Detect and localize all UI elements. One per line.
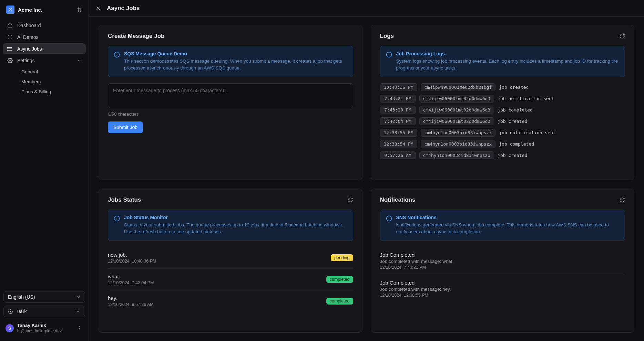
svg-point-2: [8, 50, 8, 50]
theme-selector[interactable]: Dark: [3, 306, 85, 317]
log-time: 12:38:55 PM: [380, 129, 417, 137]
svg-point-3: [9, 60, 11, 61]
refresh-icon[interactable]: [620, 197, 625, 203]
log-id: cm4ipwh9u0001me02dxh21bgf: [421, 83, 496, 91]
home-icon: [7, 23, 13, 28]
user-email: hi@saas-boilerplate.dev: [17, 329, 62, 333]
log-id: cm4hyn1on0003oid83iwnpszx: [419, 151, 494, 159]
sidebar-item-label: Settings: [17, 58, 35, 63]
notification-row: Job CompletedJob completed with message:…: [380, 247, 625, 275]
sidebar-item-dashboard[interactable]: Dashboard: [3, 20, 86, 31]
jobs-status-card: Jobs Status Job Status Monitor Status of…: [99, 189, 362, 333]
logs-card: Logs Job Processing Logs System logs sho…: [371, 25, 635, 180]
sidebar-item-label: Async Jobs: [17, 46, 42, 52]
page-title: Async Jobs: [107, 5, 140, 12]
language-selector[interactable]: English (US): [3, 291, 85, 303]
info-desc: Notifications generated via SNS when job…: [396, 222, 620, 236]
notification-time: 12/10/2024, 7:43:21 PM: [380, 265, 625, 270]
topbar: Async Jobs: [89, 0, 644, 17]
info-icon: [114, 215, 120, 236]
job-row: hey.12/10/2024, 9:57:26 AMcompleted: [108, 290, 353, 312]
gear-icon: [7, 58, 13, 63]
more-vertical-icon[interactable]: [77, 326, 82, 331]
message-input[interactable]: [108, 83, 353, 108]
refresh-icon[interactable]: [620, 33, 625, 39]
sidebar-item-billing[interactable]: Plans & Billing: [17, 87, 86, 97]
info-title: SQS Message Queue Demo: [124, 51, 347, 56]
notifications-card: Notifications SNS Notifications Notifica…: [371, 189, 635, 333]
card-title: Notifications: [380, 196, 416, 203]
log-id: cm4ijiw060001mt02q0dmw6d3: [419, 117, 494, 125]
log-id: cm4hyn1on0003oid83iwnpszx: [421, 129, 496, 137]
close-icon[interactable]: [95, 5, 101, 11]
info-box: Job Processing Logs System logs showing …: [380, 46, 625, 77]
job-timestamp: 12/10/2024, 7:42:04 PM: [108, 280, 154, 285]
info-title: Job Processing Logs: [396, 51, 620, 56]
log-time: 7:42:04 PM: [380, 117, 416, 125]
avatar: S: [6, 324, 14, 332]
sidebar-item-label: General: [21, 69, 38, 74]
status-badge: completed: [326, 298, 353, 305]
chevron-down-icon: [76, 309, 81, 314]
log-id: cm4ijiw060001mt02q0dmw6d3: [419, 95, 494, 103]
sidebar-item-ai-demos[interactable]: AI Demos: [3, 32, 86, 43]
sidebar-item-settings[interactable]: Settings: [3, 55, 86, 66]
moon-icon: [8, 309, 13, 314]
notification-desc: Job completed with message: what: [380, 259, 625, 264]
info-box: SNS Notifications Notifications generate…: [380, 210, 625, 241]
log-message: job created: [499, 85, 529, 90]
job-timestamp: 12/10/2024, 9:57:26 AM: [108, 302, 154, 307]
user-profile[interactable]: S Tanay Karnik hi@saas-boilerplate.dev: [3, 320, 85, 336]
refresh-icon[interactable]: [348, 197, 353, 203]
info-box: SQS Message Queue Demo This section demo…: [108, 46, 353, 77]
create-message-job-card: Create Message Job SQS Message Queue Dem…: [99, 25, 362, 180]
svg-point-5: [79, 328, 80, 329]
sidebar-item-async-jobs[interactable]: Async Jobs: [3, 43, 86, 54]
log-message: job notification sent: [498, 96, 554, 101]
info-icon: [386, 52, 392, 72]
log-id: cm4ijiw060001mt02q0dmw6d3: [419, 106, 494, 114]
org-name: Acme Inc.: [18, 7, 42, 13]
notification-desc: Job completed with message: hey.: [380, 287, 625, 292]
org-switcher[interactable]: Acme Inc.: [3, 3, 86, 18]
log-message: job notification sent: [499, 130, 555, 135]
status-badge: completed: [326, 276, 353, 283]
sidebar-item-label: Dashboard: [17, 23, 41, 28]
log-message: job created: [498, 153, 527, 158]
log-message: job completed: [499, 141, 534, 147]
log-row: 7:43:21 PMcm4ijiw060001mt02q0dmw6d3job n…: [380, 95, 625, 103]
log-row: 7:42:04 PMcm4ijiw060001mt02q0dmw6d3job c…: [380, 117, 625, 125]
log-message: job completed: [498, 107, 533, 113]
log-time: 7:43:20 PM: [380, 106, 416, 114]
info-desc: This section demonstrates SQS message qu…: [124, 58, 347, 72]
main: Async Jobs Create Message Job SQS Messag…: [89, 0, 644, 341]
notification-title: Job Completed: [380, 280, 625, 286]
sidebar-item-label: AI Demos: [17, 34, 38, 40]
svg-point-4: [79, 326, 80, 327]
log-row: 9:57:26 AMcm4hyn1on0003oid83iwnpszxjob c…: [380, 151, 625, 159]
log-time: 7:43:21 PM: [380, 95, 416, 103]
sort-swap-icon[interactable]: [77, 7, 82, 12]
info-box: Job Status Monitor Status of your submit…: [108, 210, 353, 241]
job-row: new job.12/10/2024, 10:40:36 PMpending: [108, 247, 353, 269]
user-name: Tanay Karnik: [17, 323, 62, 328]
log-row: 12:38:54 PMcm4hyn1on0003oid83iwnpszxjob …: [380, 140, 625, 148]
svg-point-1: [8, 49, 8, 49]
notification-time: 12/10/2024, 12:38:55 PM: [380, 293, 625, 298]
log-time: 10:40:36 PM: [380, 83, 417, 91]
log-message: job created: [498, 119, 527, 124]
info-icon: [114, 52, 120, 72]
sidebar-item-members[interactable]: Members: [17, 77, 86, 87]
submit-job-button[interactable]: Submit Job: [108, 121, 143, 133]
sidebar-item-general[interactable]: General: [17, 67, 86, 77]
sparkle-icon: [7, 34, 13, 40]
info-icon: [386, 215, 392, 236]
log-time: 9:57:26 AM: [380, 151, 416, 159]
log-row: 10:40:36 PMcm4ipwh9u0001me02dxh21bgfjob …: [380, 83, 625, 91]
status-badge: pending: [331, 254, 353, 261]
chevron-down-icon: [76, 295, 81, 299]
svg-point-0: [8, 47, 8, 47]
job-title: what: [108, 274, 154, 279]
info-desc: System logs showing job processing event…: [396, 58, 620, 72]
info-title: Job Status Monitor: [124, 215, 347, 220]
